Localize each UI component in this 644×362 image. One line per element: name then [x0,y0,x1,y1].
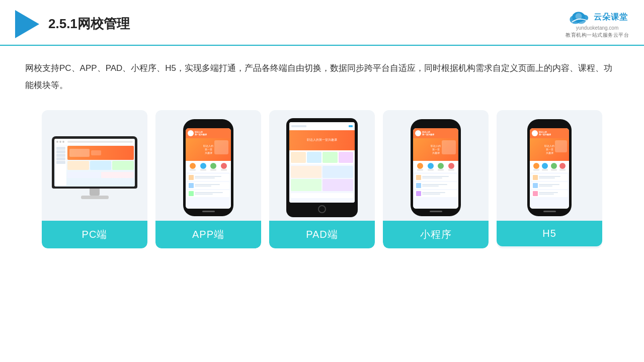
page-title: 2.5.1网校管理 [48,15,130,33]
cloud-logo: 云朵课堂 [567,9,628,25]
app-image-area: 职达人的第一堂兴趣课 职达人的第一堂兴趣课 [155,110,261,221]
device-cards-row: PC端 职达人的第一堂兴趣课 [25,110,619,248]
pc-monitor-icon [52,136,137,199]
description-text: 网校支持PC、APP、PAD、小程序、H5，实现多端打通，产品各终端自由切换，数… [25,60,619,94]
pad-tablet-icon: 职达人的第一堂兴趣课 [286,118,358,217]
page-title-text: 2.5.1网校管理 [48,16,130,31]
pc-card-label: PC端 [42,221,147,248]
app-card: 职达人的第一堂兴趣课 职达人的第一堂兴趣课 [155,110,261,248]
brand-logo-area: 云朵课堂 yunduoketang.com 教育机构一站式服务云平台 [566,9,629,39]
mini-card-label: 小程序 [383,221,489,248]
pc-card: PC端 [42,110,147,248]
mini-image-area: 职达人的第一堂兴趣课 职达人的第一堂兴趣课 [383,110,489,221]
pad-image-area: 职达人的第一堂兴趣课 [269,110,375,221]
pad-card: 职达人的第一堂兴趣课 [269,110,375,248]
pad-card-label: PAD端 [269,221,375,248]
h5-card: 职达人的第一堂兴趣课 职达人的第一堂兴趣课 [497,110,602,248]
logo-subtitle: 教育机构一站式服务云平台 [566,32,629,39]
h5-phone-icon: 职达人的第一堂兴趣课 职达人的第一堂兴趣课 [527,119,572,216]
mini-card: 职达人的第一堂兴趣课 职达人的第一堂兴趣课 [383,110,489,248]
h5-card-label: H5 [497,221,602,246]
app-card-label: APP端 [155,221,261,248]
main-content: 网校支持PC、APP、PAD、小程序、H5，实现多端打通，产品各终端自由切换，数… [0,46,644,258]
pc-image-area [42,110,147,221]
page-header: 2.5.1网校管理 云朵课堂 yunduoketang.com 教育机构一站式服… [0,0,644,46]
logo-cn-text: 云朵课堂 [594,12,628,23]
header-left: 2.5.1网校管理 [15,10,130,38]
mini-phone-icon: 职达人的第一堂兴趣课 职达人的第一堂兴趣课 [411,119,461,216]
cloud-logo-icon [567,9,591,25]
logo-url-text: yunduoketang.com [576,25,619,31]
app-phone-icon: 职达人的第一堂兴趣课 职达人的第一堂兴趣课 [183,119,233,216]
h5-image-area: 职达人的第一堂兴趣课 职达人的第一堂兴趣课 [497,110,602,221]
triangle-logo-icon [15,10,39,38]
svg-point-4 [576,13,582,20]
